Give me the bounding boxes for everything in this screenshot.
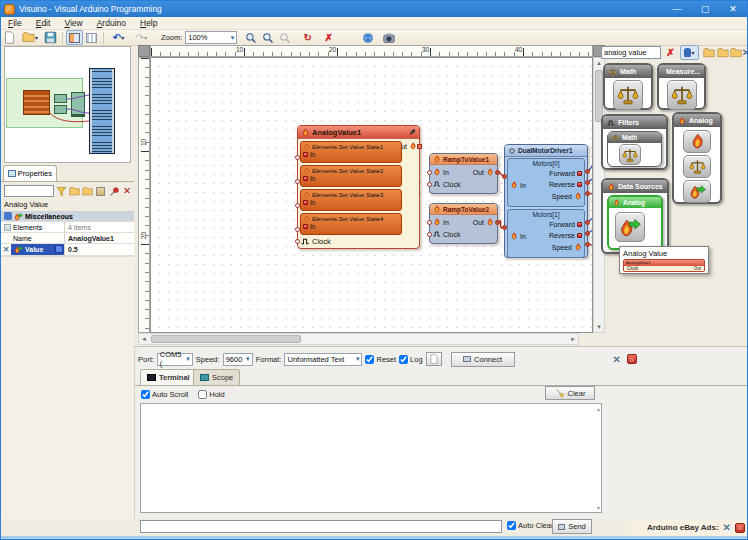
motor1-in-pin[interactable]: In bbox=[510, 232, 526, 240]
category-analog[interactable]: Analog bbox=[672, 112, 722, 204]
state4-in-connector[interactable] bbox=[295, 227, 300, 232]
component-tile-analog-value[interactable] bbox=[615, 212, 645, 242]
state2-in-connector[interactable] bbox=[295, 179, 300, 184]
category-measure[interactable]: Measure... bbox=[657, 63, 706, 110]
toggle-grid-button[interactable] bbox=[83, 30, 100, 45]
snapshot-button[interactable] bbox=[380, 30, 397, 45]
categorize-icon[interactable] bbox=[95, 187, 105, 196]
log-checkbox[interactable]: Log bbox=[399, 355, 423, 364]
analogvalue1-clock-pin[interactable]: Clock bbox=[301, 237, 331, 246]
component-tile-analog-2[interactable] bbox=[683, 155, 711, 178]
toolbox-expand-folders-icon[interactable] bbox=[716, 46, 729, 59]
terminal-scroll-down-icon[interactable]: ▾ bbox=[597, 504, 600, 511]
ads-tools-icon[interactable]: ✕ bbox=[723, 522, 731, 533]
category-data-sources[interactable]: Data Sources Analog bbox=[601, 178, 669, 254]
property-row-name[interactable]: Name AnalogValue1 bbox=[1, 233, 134, 244]
motor0-reverse-pin[interactable]: Reverse bbox=[549, 181, 582, 188]
component-analogvalue1[interactable]: AnalogValue1 ✎ Out Elements.Set Value St… bbox=[297, 125, 420, 249]
properties-close-tools-icon[interactable]: ✕ bbox=[122, 186, 132, 196]
terminal-scroll-up-icon[interactable]: ▴ bbox=[597, 405, 600, 412]
ramp1-out-pin[interactable]: Out bbox=[473, 168, 494, 176]
ramp2-clock-pin[interactable]: Clock bbox=[433, 230, 461, 238]
refresh-button[interactable]: ↻ bbox=[299, 30, 316, 45]
maximize-button[interactable]: ▢ bbox=[691, 2, 719, 17]
analogvalue1-out-connector[interactable] bbox=[417, 144, 422, 149]
redo-button[interactable]: ↷▾ bbox=[130, 30, 153, 45]
project-overview-minimap[interactable] bbox=[4, 46, 131, 163]
menu-arduino[interactable]: Arduino bbox=[90, 17, 133, 29]
menu-file[interactable]: File bbox=[1, 17, 29, 29]
motor0-speed-pin[interactable]: Speed bbox=[552, 192, 582, 200]
ramp2-in-connector[interactable] bbox=[427, 220, 432, 225]
ads-power-icon[interactable]: ○ bbox=[735, 523, 745, 533]
horizontal-scrollbar[interactable]: ◂ ▸ bbox=[138, 333, 579, 345]
ramp1-out-connector[interactable] bbox=[495, 170, 500, 175]
tab-terminal[interactable]: Terminal bbox=[140, 369, 197, 385]
element-setvalue-state3[interactable]: Elements.Set Value State3 In bbox=[300, 189, 402, 211]
motor1-forward-pin[interactable]: Forward bbox=[549, 221, 582, 228]
design-canvas[interactable]: AnalogValue1 ✎ Out Elements.Set Value St… bbox=[150, 57, 593, 333]
analogvalue1-clock-connector[interactable] bbox=[295, 239, 300, 244]
toolbox-clear-search-icon[interactable]: ✗ bbox=[664, 46, 677, 59]
reset-checkbox[interactable]: Reset bbox=[365, 355, 396, 364]
serial-power-icon[interactable]: ○ bbox=[627, 354, 637, 364]
speed-combobox[interactable]: 9600▾ bbox=[223, 353, 253, 366]
new-project-button[interactable] bbox=[1, 30, 18, 45]
motor0-forward-connector[interactable] bbox=[585, 169, 590, 174]
edit-pencil-icon[interactable]: ✎ bbox=[409, 128, 416, 137]
element-setvalue-state4[interactable]: Elements.Set Value State4 In bbox=[300, 213, 402, 235]
clear-button[interactable]: Clear bbox=[545, 386, 595, 400]
send-button[interactable]: Send bbox=[552, 519, 592, 534]
property-group-row[interactable]: Miscellaneous bbox=[1, 211, 134, 222]
ramp1-in-pin[interactable]: In bbox=[433, 168, 449, 176]
hold-checkbox[interactable]: Hold bbox=[198, 390, 224, 399]
zoom-in-button[interactable] bbox=[242, 30, 259, 45]
state3-in-connector[interactable] bbox=[295, 203, 300, 208]
component-ramptovalue2[interactable]: RampToValue2 In Out Clock bbox=[429, 203, 498, 244]
expand-all-icon[interactable] bbox=[69, 186, 80, 197]
menu-help[interactable]: Help bbox=[133, 17, 164, 29]
ramp1-in-connector[interactable] bbox=[427, 170, 432, 175]
zoom-combobox[interactable]: 100%▾ bbox=[185, 31, 237, 44]
toolbox-new-folder-icon[interactable] bbox=[702, 46, 715, 59]
motor1-speed-pin[interactable]: Speed bbox=[552, 243, 582, 251]
save-project-button[interactable] bbox=[42, 30, 59, 45]
property-row-value[interactable]: ✕ Value 0.5 bbox=[1, 244, 134, 256]
property-row-elements[interactable]: ⋯Elements 4 Items bbox=[1, 222, 134, 233]
motor1-speed-connector[interactable] bbox=[585, 242, 590, 247]
motor1-reverse-pin[interactable]: Reverse bbox=[549, 232, 582, 239]
motor1-forward-connector[interactable] bbox=[585, 220, 590, 225]
component-dualmotordriver1[interactable]: DualMotorDriver1 Motors[0] In Forward Re… bbox=[504, 144, 588, 258]
menu-edit[interactable]: Edit bbox=[29, 17, 58, 29]
tab-scope[interactable]: Scope bbox=[193, 369, 240, 385]
motor1-in-connector[interactable] bbox=[502, 225, 507, 230]
serial-tools-icon[interactable]: ✕ bbox=[610, 354, 624, 365]
undo-button[interactable]: ↶▾ bbox=[107, 30, 130, 45]
motor0-in-connector[interactable] bbox=[502, 174, 507, 179]
subcategory-data-sources-analog[interactable]: Analog bbox=[607, 195, 663, 250]
ramp2-out-connector[interactable] bbox=[495, 220, 500, 225]
zoom-out-button[interactable] bbox=[259, 30, 276, 45]
component-tile-measure[interactable] bbox=[667, 80, 697, 110]
motor0-in-pin[interactable]: In bbox=[510, 181, 526, 189]
toggle-panels-button[interactable] bbox=[66, 30, 83, 45]
menu-view[interactable]: View bbox=[57, 17, 89, 29]
ramp2-in-pin[interactable]: In bbox=[433, 218, 449, 226]
component-tile-math[interactable] bbox=[613, 80, 643, 110]
zoom-reset-button[interactable] bbox=[276, 30, 293, 45]
auto-scroll-checkbox[interactable]: Auto Scroll bbox=[141, 390, 188, 399]
subcategory-filters-math[interactable]: Math bbox=[607, 131, 662, 167]
port-combobox[interactable]: COM5 (▾ bbox=[157, 353, 193, 366]
motor0-reverse-connector[interactable] bbox=[585, 180, 590, 185]
state1-in-connector[interactable] bbox=[295, 155, 300, 160]
ramp1-clock-connector[interactable] bbox=[427, 182, 432, 187]
ramptovalue2-header[interactable]: RampToValue2 bbox=[430, 204, 497, 215]
component-tile-filters-math[interactable] bbox=[619, 144, 641, 165]
category-filters[interactable]: Filters Math bbox=[601, 114, 668, 170]
ramp2-clock-connector[interactable] bbox=[427, 232, 432, 237]
analogvalue1-header[interactable]: AnalogValue1 ✎ bbox=[298, 126, 419, 139]
ramptovalue1-header[interactable]: RampToValue1 bbox=[430, 154, 497, 165]
element-setvalue-state1[interactable]: Elements.Set Value State1 In bbox=[300, 141, 402, 163]
component-tile-analog-3[interactable] bbox=[683, 180, 711, 203]
format-combobox[interactable]: Unformatted Text▾ bbox=[284, 353, 362, 366]
